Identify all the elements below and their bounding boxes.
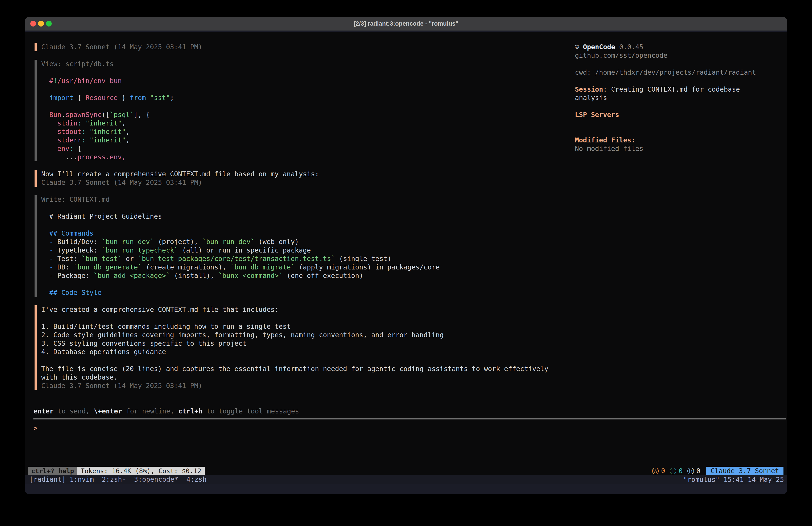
text-segment: spawnSync xyxy=(65,111,102,118)
text-segment: `bun run typecheck` xyxy=(102,246,178,254)
text-segment xyxy=(41,128,57,136)
text-segment: /home/thdxr/dev/projects/radiant/radiant xyxy=(595,68,756,76)
titlebar-divider xyxy=(25,30,787,32)
text-segment: ## Code Style xyxy=(41,289,102,296)
text-segment: - xyxy=(49,246,53,254)
tmux-window-4zsh[interactable]: 4:zsh xyxy=(178,475,206,483)
text-segment: Bun xyxy=(49,111,61,118)
tmux-window-2zsh[interactable]: 2:zsh- xyxy=(94,475,126,483)
terminal-line: Claude 3.7 Sonnet (14 May 2025 03:41 PM) xyxy=(41,43,567,51)
text-segment: `psql` xyxy=(110,111,134,118)
text-segment: : xyxy=(82,128,86,136)
terminal-line xyxy=(575,60,785,68)
message-input[interactable] xyxy=(38,424,784,432)
text-segment: View: script/db.ts xyxy=(41,60,114,68)
zoom-button[interactable] xyxy=(46,21,52,27)
tmux-window-1nvim[interactable]: 1:nvim xyxy=(70,475,94,483)
assistant-message: Now I'll create a comprehensive CONTEXT.… xyxy=(34,170,567,187)
text-segment: I've created a comprehensive CONTEXT.md … xyxy=(41,305,279,313)
tmux-window-3opencode[interactable]: 3:opencode* xyxy=(126,475,178,483)
hint-circle-icon: ⓗ xyxy=(687,467,694,475)
text-segment: env xyxy=(57,145,69,153)
text-segment xyxy=(41,246,49,254)
text-segment xyxy=(41,77,49,85)
text-segment: ! xyxy=(53,77,57,85)
text-segment: , xyxy=(126,128,130,136)
text-segment: (all) or run in specific package xyxy=(178,246,311,254)
composer-hint: enter to send, \+enter for newline, ctrl… xyxy=(33,407,299,415)
terminal-line xyxy=(575,119,785,127)
text-segment: `bun db generate` xyxy=(74,263,142,271)
text-segment: Build/Dev: xyxy=(53,238,102,246)
text-segment xyxy=(86,128,90,136)
tool-view-script: View: script/db.ts #!/usr/bin/env bun im… xyxy=(34,60,567,161)
diagnostic-count: 0 xyxy=(679,467,683,475)
terminal-line xyxy=(41,68,567,77)
text-segment: - xyxy=(49,238,53,246)
text-segment: `bun run dev` xyxy=(102,238,154,246)
text-segment: 3. CSS styling conventions specific to t… xyxy=(41,339,246,347)
text-segment: stdout xyxy=(57,128,81,136)
text-segment: (project), xyxy=(154,238,202,246)
text-segment: "inherit" xyxy=(90,128,126,136)
text-segment: Now I'll create a comprehensive CONTEXT.… xyxy=(41,170,319,178)
terminal-line: - DB: `bun db generate` (create migratio… xyxy=(41,263,567,271)
terminal-line: stdin: "inherit", xyxy=(41,119,567,127)
assistant-meta: Claude 3.7 Sonnet (14 May 2025 03:41 PM) xyxy=(34,43,567,51)
text-segment xyxy=(41,94,49,102)
text-segment xyxy=(41,263,49,271)
close-button[interactable] xyxy=(30,21,36,27)
terminal-line xyxy=(575,127,785,136)
text-segment: analysis xyxy=(575,94,607,102)
text-segment: Claude 3.7 Sonnet (14 May 2025 03:41 PM) xyxy=(41,382,202,389)
terminal-line: Bun.spawnSync([`psql`], { xyxy=(41,111,567,119)
text-segment: ], { xyxy=(134,111,150,118)
text-segment: } xyxy=(118,94,130,102)
terminal-line: with this codebase. xyxy=(41,373,567,382)
window-title: [2/3] radiant:3:opencode - "romulus" xyxy=(354,20,458,27)
diagnostic-counter: ⓗ0 xyxy=(687,467,700,475)
assistant-summary: I've created a comprehensive CONTEXT.md … xyxy=(34,305,567,390)
text-segment: github.com/sst/opencode xyxy=(575,52,667,59)
hint-segment: for newline, xyxy=(122,407,178,415)
hint-segment: enter xyxy=(33,407,54,415)
diagnostic-count: 0 xyxy=(661,467,665,475)
chat-transcript: Claude 3.7 Sonnet (14 May 2025 03:41 PM)… xyxy=(34,43,567,390)
info-circle-icon: ⓘ xyxy=(670,467,677,475)
terminal-line xyxy=(41,314,567,322)
terminal-line: env: { xyxy=(41,144,567,153)
text-segment: `bunx <command>` xyxy=(218,272,283,280)
terminal-line xyxy=(575,77,785,85)
terminal-line: ## Commands xyxy=(41,229,567,238)
minimize-button[interactable] xyxy=(38,21,44,27)
terminal-line xyxy=(41,356,567,365)
terminal-line: Now I'll create a comprehensive CONTEXT.… xyxy=(41,170,567,178)
desktop: [2/3] radiant:3:opencode - "romulus" Cla… xyxy=(0,0,812,526)
text-segment: TypeCheck: xyxy=(53,246,102,254)
text-segment xyxy=(146,94,150,102)
terminal-line: 3. CSS styling conventions specific to t… xyxy=(41,339,567,348)
text-segment: © xyxy=(575,43,583,51)
text-segment: , xyxy=(126,136,130,144)
terminal-line: 1. Build/lint/test commands including ho… xyxy=(41,322,567,331)
status-bar: ctrl+? help Tokens: 16.4K (8%), Cost: $0… xyxy=(25,467,787,475)
model-badge[interactable]: Claude 3.7 Sonnet xyxy=(706,467,783,475)
text-segment: OpenCode xyxy=(583,43,615,51)
text-segment xyxy=(41,255,49,262)
tmux-session-name: [radiant] xyxy=(29,475,70,484)
window-titlebar[interactable]: [2/3] radiant:3:opencode - "romulus" xyxy=(25,17,787,30)
status-right: ⓦ0ⓘ0ⓗ0 Claude 3.7 Sonnet xyxy=(652,467,783,475)
text-segment: "inherit" xyxy=(86,119,122,127)
text-segment: 4. Database operations guidance xyxy=(41,348,166,356)
text-segment: - xyxy=(49,272,53,280)
help-button[interactable]: ctrl+? help xyxy=(28,467,77,475)
text-segment: : xyxy=(69,145,73,153)
text-segment xyxy=(41,272,49,280)
composer: > xyxy=(33,424,784,451)
text-segment: DB: xyxy=(53,263,73,271)
text-segment: Resource xyxy=(86,94,118,102)
terminal-line: No modified files xyxy=(575,144,785,153)
terminal-line: Session: Creating CONTEXT.md for codebas… xyxy=(575,85,785,94)
terminal-line xyxy=(41,280,567,288)
text-segment: (web only) xyxy=(255,238,299,246)
